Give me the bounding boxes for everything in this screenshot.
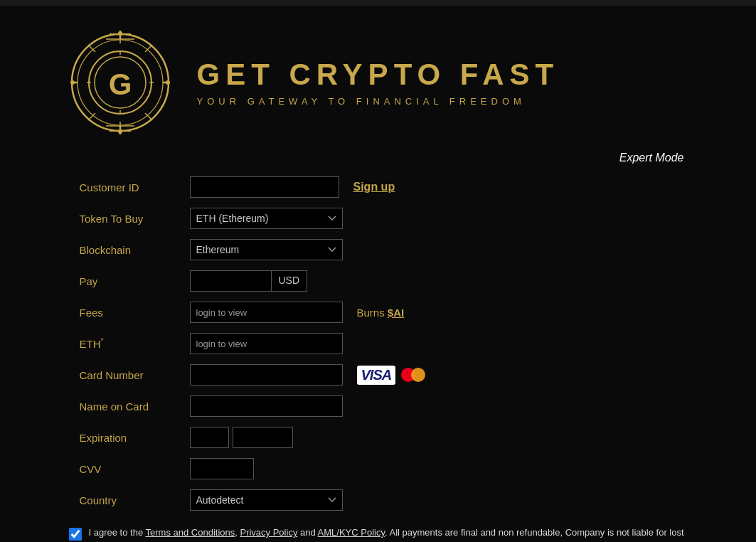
aml-kyc-link[interactable]: AML/KYC Policy	[318, 527, 385, 538]
expert-mode-row: Expert Mode	[65, 152, 691, 164]
burns-label: Burns $AI	[357, 307, 405, 319]
card-number-row: Card Number VISA	[80, 363, 691, 387]
fees-label: Fees	[80, 307, 190, 319]
expiration-row: Expiration	[80, 425, 691, 450]
form-section: Customer ID Sign up Token To Buy ETH (Et…	[80, 175, 691, 512]
terms-conditions-link[interactable]: Terms and Conditions	[146, 527, 235, 538]
name-on-card-label: Name on Card	[80, 400, 190, 413]
svg-point-8	[118, 31, 122, 36]
fees-value: login to view	[190, 302, 343, 323]
svg-point-11	[166, 80, 170, 85]
brand-title: GET CRYPTO FAST	[197, 58, 560, 92]
terms-text-part3: and	[297, 527, 317, 538]
token-to-buy-select[interactable]: ETH (Ethereum) BTC (Bitcoin) LTC (Liteco…	[190, 208, 343, 229]
top-bar	[0, 0, 756, 6]
mc-right-circle	[411, 368, 425, 382]
eth-value: login to view	[190, 333, 343, 354]
main-container: G GET CRYPTO FAST YOUR GATEWAY TO FINANC…	[37, 6, 720, 542]
payment-icons: VISA	[357, 366, 426, 385]
cvv-label: CVV	[80, 463, 190, 475]
expiration-label: Expiration	[80, 432, 190, 444]
burns-link[interactable]: $AI	[388, 307, 404, 319]
name-on-card-row: Name on Card	[80, 394, 691, 418]
brand-text: GET CRYPTO FAST YOUR GATEWAY TO FINANCIA…	[197, 58, 560, 107]
cvv-row: CVV	[80, 457, 691, 481]
privacy-policy-link[interactable]: Privacy Policy	[240, 527, 297, 538]
fees-row: Fees login to view Burns $AI	[80, 300, 691, 324]
terms-checkbox[interactable]	[69, 528, 82, 541]
blockchain-row: Blockchain Ethereum Bitcoin Litecoin	[80, 238, 691, 262]
svg-text:G: G	[109, 68, 132, 101]
customer-id-row: Customer ID Sign up	[80, 175, 691, 199]
pay-label: Pay	[80, 275, 190, 287]
expiry-inputs	[190, 427, 293, 448]
brand-subtitle: YOUR GATEWAY TO FINANCIAL FREEDOM	[197, 96, 560, 107]
pay-input[interactable]	[190, 270, 272, 292]
blockchain-select[interactable]: Ethereum Bitcoin Litecoin	[190, 239, 343, 260]
terms-section: I agree to the Terms and Conditions, Pri…	[69, 526, 691, 542]
eth-asterisk: *	[101, 337, 104, 345]
card-number-label: Card Number	[80, 369, 190, 381]
svg-point-10	[70, 80, 75, 85]
terms-text-part1: I agree to the	[89, 527, 146, 538]
name-on-card-input[interactable]	[190, 395, 343, 417]
header: G GET CRYPTO FAST YOUR GATEWAY TO FINANC…	[65, 20, 691, 144]
eth-row: ETH* login to view	[80, 331, 691, 356]
logo-icon: G	[67, 23, 174, 141]
token-to-buy-label: Token To Buy	[80, 213, 190, 225]
burns-text-part: Burns	[357, 307, 388, 319]
currency-button: USD	[272, 270, 308, 292]
country-row: Country Autodetect United States United …	[80, 488, 691, 512]
country-label: Country	[80, 494, 190, 506]
logo-container: G	[65, 20, 176, 144]
sign-up-link[interactable]: Sign up	[353, 181, 395, 193]
pay-row: Pay USD	[80, 269, 691, 293]
token-to-buy-row: Token To Buy ETH (Ethereum) BTC (Bitcoin…	[80, 206, 691, 230]
country-select[interactable]: Autodetect United States United Kingdom …	[190, 489, 343, 511]
blockchain-label: Blockchain	[80, 244, 190, 256]
mastercard-icon	[401, 367, 425, 383]
customer-id-label: Customer ID	[80, 181, 190, 193]
expiry-yy-input[interactable]	[233, 427, 293, 448]
card-number-input[interactable]	[190, 364, 343, 386]
terms-text: I agree to the Terms and Conditions, Pri…	[89, 526, 691, 542]
svg-point-9	[118, 129, 122, 134]
expiry-mm-input[interactable]	[190, 427, 229, 448]
eth-label-text: ETH	[80, 338, 101, 350]
cvv-input[interactable]	[190, 458, 254, 479]
terms-row: I agree to the Terms and Conditions, Pri…	[69, 526, 691, 542]
visa-icon: VISA	[357, 366, 396, 385]
customer-id-input[interactable]	[190, 176, 339, 198]
expert-mode-button[interactable]: Expert Mode	[619, 152, 684, 164]
eth-label: ETH*	[80, 337, 190, 350]
